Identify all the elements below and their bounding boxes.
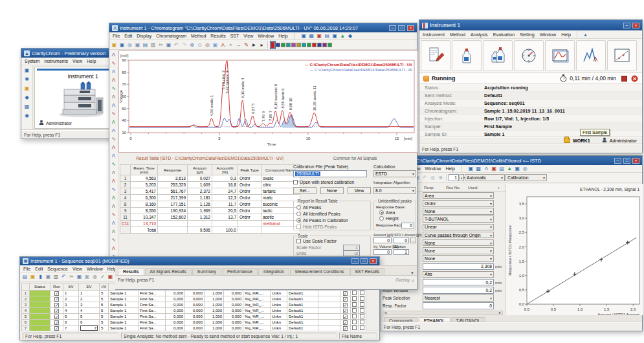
tab-sst-results[interactable]: SST Results — [350, 268, 385, 275]
sequence-table-row[interactable]: 7✓775Sample 1First Sa...0,0000,0001,0000… — [22, 326, 366, 331]
property-select[interactable]: None — [423, 255, 494, 262]
property-input[interactable]: 0 — [423, 302, 494, 309]
minimize-button[interactable]: ─ — [351, 258, 359, 264]
tool-icon[interactable]: ▣ — [83, 273, 91, 280]
overlay-color-swatch[interactable] — [271, 41, 275, 49]
tool-icon[interactable]: ✂ — [157, 41, 164, 49]
sequence-column-header[interactable]: EV — [79, 283, 100, 291]
signal-spinner[interactable]: ▲▼ — [460, 174, 464, 181]
tool-icon[interactable]: ▤ — [498, 165, 505, 172]
maximize-button[interactable]: □ — [398, 25, 405, 31]
menu-item-file[interactable]: File — [23, 267, 30, 271]
close-button[interactable]: × — [370, 258, 377, 264]
sequence-table[interactable]: StatusRunSVEVI/VSampl1✓115Sample 1First … — [21, 283, 379, 331]
inj-volume-input[interactable]: 0 — [373, 249, 392, 255]
option-checkbox[interactable] — [351, 314, 359, 320]
response-factor-input[interactable]: 0 — [401, 223, 414, 228]
tool-icon[interactable]: ▣ — [491, 165, 498, 172]
run-checkbox[interactable]: ✓ — [50, 314, 63, 320]
tab-summary[interactable]: Summary — [192, 268, 221, 275]
minimize-button[interactable]: ─ — [614, 158, 621, 164]
maximize-button[interactable]: □ — [361, 258, 368, 264]
tool-icon[interactable]: Λ — [110, 118, 118, 126]
single-analysis-button[interactable] — [452, 40, 482, 71]
result-table-row[interactable]: 35,417561,7672,37224,7Ordnrtartaric — [120, 188, 300, 195]
tool-icon[interactable]: Λ — [110, 76, 118, 84]
property-select[interactable]: Linear — [423, 224, 494, 231]
set-button[interactable]: Set... — [293, 187, 316, 194]
sequence-column-header[interactable] — [22, 283, 30, 291]
menu-item-view[interactable]: View — [72, 59, 82, 63]
tool-icon[interactable]: ▲ — [339, 32, 346, 39]
device-monitor-button[interactable] — [514, 40, 544, 71]
horizontal-scrollbar[interactable]: ◄► — [383, 311, 503, 315]
tool-icon[interactable]: ↷ — [181, 41, 188, 49]
tool-icon[interactable]: ▣ — [134, 41, 141, 49]
overlay-color-swatch[interactable] — [302, 43, 306, 47]
property-select[interactable]: Area — [423, 192, 494, 199]
calculation-select[interactable]: ESTD — [373, 170, 416, 177]
tool-icon[interactable]: ▤ — [324, 32, 331, 39]
tool-icon[interactable]: ▸ — [258, 41, 265, 49]
result-table[interactable]: Reten. Time [min]ResponseAmount [g/l]Amo… — [120, 164, 300, 234]
tool-icon[interactable]: Λ — [110, 126, 118, 135]
tool-icon[interactable]: ▦ — [308, 32, 315, 39]
tool-icon[interactable]: ◆ — [23, 94, 30, 101]
sequence-table-row[interactable]: 3✓335Sample 1First Sa...0,0000,0001,0000… — [22, 302, 366, 308]
tool-icon[interactable]: ✎ — [243, 41, 250, 49]
result-column-header[interactable]: Amount% [%] — [212, 165, 238, 175]
property-select[interactable]: None — [423, 247, 494, 254]
menu-item-sequence[interactable]: Sequence — [47, 267, 68, 271]
tool-icon[interactable]: Λ — [110, 101, 118, 109]
result-column-header[interactable]: Reten. Time [min] — [131, 165, 158, 175]
tool-icon[interactable]: ◎ — [429, 174, 436, 181]
property-select[interactable]: Nearest — [423, 294, 494, 302]
tool-icon[interactable]: ◎ — [91, 273, 98, 280]
sequence-column-header[interactable]: Status — [30, 283, 50, 291]
property-select[interactable]: None — [423, 208, 494, 215]
tool-icon[interactable]: Λ — [110, 50, 118, 59]
menu-item-window[interactable]: Window — [425, 166, 441, 171]
sequence-table-row[interactable]: 4✓445Sample 1First Sa...0,0000,0001,0000… — [22, 308, 366, 314]
tool-icon[interactable]: ▣ — [45, 273, 52, 280]
menu-item-analysis[interactable]: Analysis — [471, 32, 488, 38]
response-base-area-radio[interactable]: Area — [379, 210, 395, 215]
tool-icon[interactable]: Λ — [110, 67, 118, 76]
run-checkbox[interactable]: ✓ — [50, 302, 63, 308]
tool-icon[interactable]: ✱ — [23, 76, 30, 83]
use-scale-factor-checkbox[interactable]: Use Scale Factor — [296, 239, 337, 243]
tab-results[interactable]: Results — [118, 268, 144, 275]
result-column-header[interactable]: Response — [158, 165, 188, 175]
menu-item-instrument[interactable]: Instrument — [423, 32, 445, 38]
maximize-button[interactable]: □ — [623, 158, 630, 164]
tool-icon[interactable]: Λ — [110, 194, 118, 202]
tool-icon[interactable]: ↶ — [60, 273, 67, 280]
tool-icon[interactable]: ▣ — [212, 41, 219, 49]
tool-icon[interactable]: ▣ — [107, 273, 114, 280]
tool-icon[interactable]: Λ — [483, 165, 490, 172]
menu-item-instruments[interactable]: Instruments — [44, 59, 68, 63]
run-checkbox[interactable]: ✓ — [340, 314, 351, 320]
tool-icon[interactable]: ▤ — [21, 273, 28, 280]
sequence-table-row[interactable]: 6✓665Sample 1First Sa...0,0000,0001,0000… — [22, 320, 366, 326]
all-identified-peaks-radio[interactable]: All Identified Peaks — [296, 212, 340, 216]
resize-grip-icon[interactable]: ⊿ — [411, 278, 414, 282]
signal-number-input[interactable]: 1 — [449, 174, 459, 181]
result-table-row[interactable]: Total9,596100,0 — [120, 227, 300, 234]
close-button[interactable]: × — [632, 158, 639, 164]
close-button[interactable]: × — [407, 25, 414, 31]
result-column-header[interactable]: Amount [g/l] — [188, 165, 212, 175]
tool-icon[interactable]: ◎ — [522, 165, 529, 172]
result-table-row[interactable]: 88,160177,1511,12611,7Ordnrsuccinic — [120, 201, 300, 208]
tool-icon[interactable]: Λ — [110, 93, 118, 101]
response-base-height-radio[interactable]: Height — [379, 216, 399, 221]
none-button[interactable]: None — [320, 187, 344, 194]
tab-integration[interactable]: Integration — [258, 268, 289, 275]
calibration-title-bar[interactable]: ◢ Calibration C:\ClarityChrom\DataFiles\… — [381, 156, 642, 165]
property-select[interactable]: T-BUTANOL — [423, 216, 494, 223]
option-checkbox[interactable] — [351, 326, 359, 331]
tool-icon[interactable]: ⊕ — [188, 41, 195, 49]
property-select[interactable]: None — [423, 239, 494, 247]
tab-measurement-conditions[interactable]: Measurement Conditions — [290, 268, 350, 275]
tool-icon[interactable]: ∿ — [110, 185, 118, 194]
